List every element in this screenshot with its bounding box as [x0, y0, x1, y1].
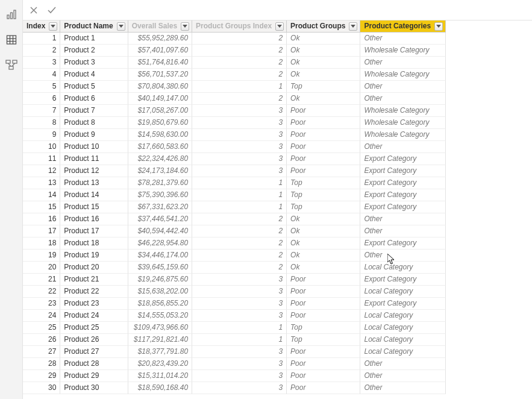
table-row[interactable]: 30Product 30$18,590,168.403PoorOther	[23, 382, 446, 394]
cell-product-name: Product 14	[60, 189, 128, 201]
table-row[interactable]: 11Product 11$22,324,426.803PoorExport Ca…	[23, 153, 446, 165]
cell-product-categories: Local Category	[360, 322, 446, 334]
table-row[interactable]: 16Product 16$37,446,541.202OkOther	[23, 213, 446, 225]
cell-index: 16	[23, 213, 60, 225]
column-header-product_name[interactable]: Product Name	[60, 20, 128, 33]
formula-input[interactable]	[63, 4, 528, 17]
cell-product-groups: Top	[287, 189, 360, 201]
filter-dropdown-icon[interactable]	[49, 22, 57, 31]
cell-product-groups-index: 1	[192, 334, 287, 346]
cell-index: 30	[23, 382, 60, 394]
table-row[interactable]: 9Product 9$14,598,630.003PoorWholesale C…	[23, 129, 446, 141]
table-row[interactable]: 26Product 26$117,291,821.401TopLocal Cat…	[23, 334, 446, 346]
filter-dropdown-icon[interactable]	[181, 22, 189, 31]
cell-product-groups: Top	[287, 81, 360, 93]
table-row[interactable]: 19Product 19$34,446,174.002OkOther	[23, 250, 446, 262]
cell-product-groups: Poor	[287, 370, 360, 382]
cell-product-groups: Poor	[287, 117, 360, 129]
cell-index: 8	[23, 117, 60, 129]
table-row[interactable]: 7Product 7$17,058,267.003PoorWholesale C…	[23, 105, 446, 117]
cell-product-categories: Local Category	[360, 334, 446, 346]
close-icon	[30, 6, 38, 14]
column-label: Product Name	[64, 20, 113, 32]
cell-product-groups: Poor	[287, 382, 360, 394]
column-header-index[interactable]: Index	[23, 20, 60, 33]
cell-product-name: Product 21	[60, 274, 128, 286]
cell-product-groups-index: 3	[192, 370, 287, 382]
cell-product-groups-index: 3	[192, 298, 287, 310]
table-row[interactable]: 25Product 25$109,473,966.601TopLocal Cat…	[23, 322, 446, 334]
svg-rect-1	[10, 13, 12, 19]
table-row[interactable]: 10Product 10$17,660,583.603PoorOther	[23, 141, 446, 153]
table-row[interactable]: 17Product 17$40,594,442.402OkOther	[23, 225, 446, 237]
column-header-product_categories[interactable]: Product Categories	[360, 20, 446, 33]
cell-product-groups-index: 2	[192, 69, 287, 81]
cell-product-categories: Export Category	[360, 153, 446, 165]
formula-bar	[23, 0, 532, 20]
table-row[interactable]: 18Product 18$46,228,954.802OkExport Cate…	[23, 237, 446, 250]
table-row[interactable]: 22Product 22$15,638,202.003PoorLocal Cat…	[23, 286, 446, 298]
cell-product-name: Product 29	[60, 370, 128, 382]
cell-product-categories: Other	[360, 93, 446, 105]
cell-product-name: Product 25	[60, 322, 128, 334]
table-row[interactable]: 20Product 20$39,645,159.602OkLocal Categ…	[23, 262, 446, 274]
table-row[interactable]: 14Product 14$75,390,396.601TopExport Cat…	[23, 189, 446, 201]
cell-product-groups-index: 2	[192, 213, 287, 225]
table-row[interactable]: 1Product 1$55,952,289.602OkOther	[23, 33, 446, 45]
table-row[interactable]: 27Product 27$18,377,791.803PoorLocal Cat…	[23, 346, 446, 358]
cell-product-groups-index: 2	[192, 225, 287, 237]
column-header-product_groups[interactable]: Product Groups	[287, 20, 360, 33]
table-row[interactable]: 24Product 24$14,555,053.203PoorLocal Cat…	[23, 310, 446, 322]
cell-product-groups-index: 1	[192, 81, 287, 93]
table-row[interactable]: 8Product 8$19,850,679.603PoorWholesale C…	[23, 117, 446, 129]
cell-product-groups: Ok	[287, 93, 360, 105]
cell-product-categories: Other	[360, 250, 446, 262]
table-row[interactable]: 15Product 15$67,331,623.201TopExport Cat…	[23, 201, 446, 213]
cell-index: 12	[23, 165, 60, 177]
table-row[interactable]: 29Product 29$15,311,014.203PoorOther	[23, 370, 446, 382]
cell-product-groups: Poor	[287, 129, 360, 141]
report-view-button[interactable]	[2, 5, 21, 24]
table-row[interactable]: 23Product 23$18,856,855.203PoorExport Ca…	[23, 298, 446, 310]
cell-product-name: Product 30	[60, 382, 128, 394]
table-row[interactable]: 4Product 4$56,701,537.202OkWholesale Cat…	[23, 69, 446, 81]
filter-dropdown-icon[interactable]	[117, 22, 125, 31]
column-header-product_groups_index[interactable]: Product Groups Index	[192, 20, 287, 33]
model-view-button[interactable]	[2, 55, 21, 75]
table-row[interactable]: 2Product 2$57,401,097.602OkWholesale Cat…	[23, 45, 446, 57]
table-row[interactable]: 12Product 12$24,173,184.603PoorExport Ca…	[23, 165, 446, 177]
filter-dropdown-icon[interactable]	[275, 22, 284, 31]
filter-dropdown-icon[interactable]	[434, 22, 443, 31]
cell-product-groups: Poor	[287, 310, 360, 322]
cell-product-name: Product 23	[60, 298, 128, 310]
cell-overall-sales: $18,377,791.80	[128, 346, 192, 358]
left-nav-rail	[0, 0, 23, 399]
cancel-button[interactable]	[27, 3, 41, 17]
cell-overall-sales: $109,473,966.60	[128, 322, 192, 334]
cell-product-groups: Ok	[287, 262, 360, 274]
filter-dropdown-icon[interactable]	[349, 22, 357, 31]
cell-overall-sales: $17,660,583.60	[128, 141, 192, 153]
cell-product-groups: Poor	[287, 165, 360, 177]
cell-product-categories: Other	[360, 57, 446, 69]
cell-product-groups-index: 2	[192, 57, 287, 69]
main-area: IndexProduct NameOverall SalesProduct Gr…	[23, 0, 532, 399]
table-row[interactable]: 21Product 21$19,246,875.603PoorExport Ca…	[23, 274, 446, 286]
cell-product-categories: Other	[360, 141, 446, 153]
table-row[interactable]: 13Product 13$78,281,379.601TopExport Cat…	[23, 177, 446, 189]
table-row[interactable]: 6Product 6$40,149,147.002OkOther	[23, 93, 446, 105]
table-row[interactable]: 5Product 5$70,804,380.601TopOther	[23, 81, 446, 93]
table-row[interactable]: 28Product 28$20,823,439.203PoorOther	[23, 358, 446, 370]
table-row[interactable]: 3Product 3$51,764,816.402OkOther	[23, 57, 446, 69]
cell-product-categories: Other	[360, 370, 446, 382]
cell-index: 7	[23, 105, 60, 117]
cell-overall-sales: $40,594,442.40	[128, 225, 192, 237]
data-view-button[interactable]	[2, 30, 21, 49]
data-grid[interactable]: IndexProduct NameOverall SalesProduct Gr…	[23, 20, 532, 399]
cell-overall-sales: $24,173,184.60	[128, 165, 192, 177]
column-header-overall_sales[interactable]: Overall Sales	[128, 20, 192, 33]
cell-overall-sales: $70,804,380.60	[128, 81, 192, 93]
cell-index: 1	[23, 33, 60, 45]
cell-product-groups-index: 1	[192, 177, 287, 189]
commit-button[interactable]	[45, 3, 59, 17]
